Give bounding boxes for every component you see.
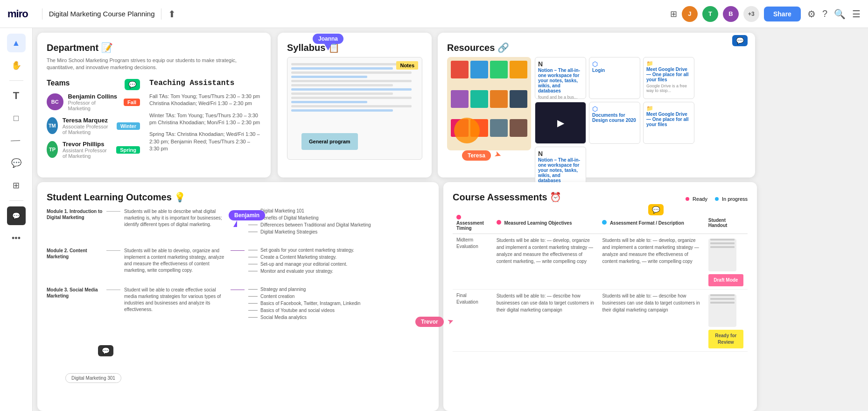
legend-progress: In progress — [715, 196, 748, 202]
department-card: Department 📝 The Miro School Marketing P… — [37, 33, 271, 177]
member-name-1: Teresa Marquez — [63, 117, 112, 124]
chat-bubble-blue[interactable]: 💬 — [732, 36, 748, 45]
member-2: TP Trevor Phillips Assistant Professor o… — [47, 141, 140, 159]
syl-line — [291, 88, 412, 91]
menu-icon[interactable]: ☰ — [852, 8, 861, 20]
res-card-0[interactable]: N Notion – The all-in-one workspace for … — [535, 57, 586, 99]
bullet-line — [248, 257, 258, 257]
review-sticky: Ready for Review — [708, 330, 743, 348]
handout-doc-0 — [708, 239, 736, 271]
module-desc-1: Students will be able to develop, organi… — [124, 248, 227, 274]
bullet-line — [248, 310, 258, 311]
badge-fall: Fall — [124, 99, 140, 106]
module-connector5 — [106, 290, 120, 290]
member-name-0: Benjamin Collins — [68, 93, 119, 100]
board-title[interactable]: Digital Marketing Course Planning — [49, 10, 155, 18]
module-row-2: Module 3. Social Media Marketing Student… — [47, 287, 429, 322]
res-card-4[interactable]: 📁 Meet Google Drive — One place for all … — [643, 102, 694, 144]
teams-label: Teams 💬 — [47, 79, 140, 87]
desc-text-1: Students will be able to: — describe how… — [602, 292, 700, 313]
res-card-title-3: Documents for Design course 2020 — [592, 113, 637, 123]
books-image — [447, 57, 531, 150]
res-cards-container: N Notion – The all-in-one workspace for … — [535, 57, 746, 189]
note-tool[interactable]: □ — [7, 109, 26, 128]
syl-line — [291, 80, 412, 82]
handout-1: Ready for Review — [705, 290, 748, 352]
outcomes-chat-icon[interactable]: 💬 — [98, 347, 113, 355]
more-tool[interactable]: ••• — [7, 229, 26, 248]
search-icon[interactable]: 🔍 — [834, 8, 846, 20]
book-12 — [510, 119, 527, 137]
module-bullets-0: Digital Marketing 101 Benefits of Digita… — [248, 208, 429, 236]
divider — [9, 80, 23, 81]
bullet-line — [248, 317, 258, 318]
cursor-joanna: Joanna — [313, 34, 343, 50]
assessments-header: Course Assessments ⏰ Ready In progress — [453, 191, 748, 206]
res-card-title-2: Meet Google Drive — One place for all yo… — [646, 67, 691, 82]
legend-ready: Ready — [686, 196, 707, 202]
description-0: Students will be able to: — develop, org… — [598, 234, 704, 290]
syllabus-title: Syllabus 📋 — [287, 42, 422, 53]
obj-text-1: Students will be able to: — describe how… — [497, 292, 595, 313]
hand-tool[interactable]: ✋ — [7, 56, 26, 75]
bullet-1-2: Set-up and manage your editorial content… — [248, 262, 429, 267]
avatar-1[interactable]: J — [682, 6, 698, 22]
bullet-2-1: Content creation — [248, 294, 429, 299]
bullet-2-4: Social Media analytics — [248, 315, 429, 320]
syl-line — [291, 67, 393, 70]
cursor-tool[interactable]: ▲ — [7, 34, 26, 52]
help-icon[interactable]: ? — [822, 8, 827, 19]
avatar-count[interactable]: +3 — [743, 6, 759, 22]
filter-icon[interactable]: ⊞ — [670, 9, 677, 19]
frame-tool[interactable]: ⊞ — [7, 176, 26, 195]
upload-icon[interactable]: ⬆ — [168, 8, 176, 20]
module-desc-0: Students will be able to describe what d… — [124, 208, 227, 228]
module-label-1: Module 2. Content Marketing — [47, 248, 103, 260]
avatar-2[interactable]: T — [702, 6, 718, 22]
res-card-3[interactable]: ⬡ Documents for Design course 2020 — [589, 102, 640, 144]
table-header-row: Assessment Timing Measured Learning Obje… — [453, 212, 748, 234]
teams-col: Teams 💬 BC Benjamin Collins Professor of… — [47, 79, 140, 164]
settings-icon[interactable]: ⚙ — [807, 8, 816, 20]
module-desc-2: Student will be able to create effective… — [124, 287, 227, 313]
syl-line — [291, 109, 393, 112]
member-role-1: Associate Professor of Marketing — [63, 124, 112, 135]
res-card-1[interactable]: ⬡ Login — [589, 57, 640, 99]
miro-logo[interactable]: miro — [7, 8, 28, 20]
divider — [42, 8, 42, 20]
member-info-2: Trevor Phillips Assistant Professor of M… — [63, 141, 112, 159]
res-card-video[interactable]: ▶ — [535, 102, 586, 144]
res-card-2[interactable]: 📁 Meet Google Drive — One place for all … — [643, 57, 694, 99]
member-0: BC Benjamin Collins Professor of Marketi… — [47, 93, 140, 111]
book-7 — [490, 90, 508, 108]
chat-icon-green[interactable]: 💬 — [125, 79, 140, 90]
sticky-tool[interactable]: 💬 — [7, 206, 26, 225]
divider2 — [9, 200, 23, 201]
objectives-1: Students will be able to: — describe how… — [493, 290, 599, 352]
outcomes-title: Student Learning Outcomes 💡 — [47, 191, 429, 203]
syl-line — [291, 101, 367, 103]
book-2 — [470, 61, 488, 78]
comment-tool[interactable]: 💬 — [7, 154, 26, 172]
book-6 — [470, 90, 488, 108]
share-button[interactable]: Share — [764, 7, 801, 21]
benjamin-arrow — [233, 220, 237, 227]
res-card-title-1: Login — [592, 68, 637, 73]
resources-grid: N Notion – The all-in-one workspace for … — [447, 57, 746, 189]
ta-item-1: Winter TAs: Tom Young; Tues/Thurs 2:30 –… — [149, 112, 261, 127]
member-1: TM Teresa Marquez Associate Professor of… — [47, 117, 140, 135]
module-label-2: Module 3. Social Media Marketing — [47, 287, 103, 299]
assessments-chat-icon[interactable]: 💬 — [648, 206, 664, 214]
member-role-2: Assistant Professor of Marketing — [63, 148, 112, 159]
bullet-2-3: Basics of Youtube and social videos — [248, 308, 429, 313]
line-tool[interactable]: ／ — [3, 128, 29, 154]
text-tool[interactable]: T — [7, 86, 26, 105]
ta-section: Teaching Assistants Fall TAs: Tom Young;… — [149, 79, 261, 164]
bullet-0-1: Benefits of Digital Marketing — [248, 215, 429, 220]
book-8 — [510, 90, 527, 108]
badge-spring: Spring — [116, 146, 140, 154]
book-1 — [451, 61, 469, 78]
bullet-1-1: Create a Content Marketing strategy. — [248, 255, 429, 260]
trevor-label: Trevor — [415, 317, 444, 327]
avatar-3[interactable]: B — [723, 6, 739, 22]
